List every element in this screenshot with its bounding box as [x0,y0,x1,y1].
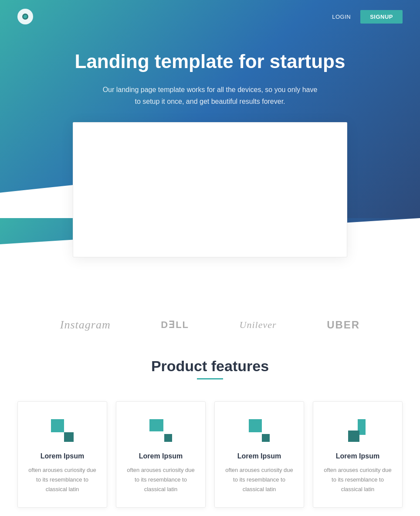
feature-card-4: Lorem Ipsum often arouses curiosity due … [313,401,403,508]
signup-button[interactable]: SIGNUP [360,10,403,24]
feature-icon-2 [149,419,172,442]
feature-desc-1: often arouses curiosity due to its resem… [27,465,98,494]
hero-title: Landing template for startups [75,50,345,73]
feature-desc-2: often arouses curiosity due to its resem… [125,465,196,494]
screenshot-card [73,122,347,257]
uber-logo: UBER [327,319,360,331]
feature-icon-1 [51,419,74,442]
login-button[interactable]: LOGIN [328,11,355,23]
features-underline [197,378,223,379]
feature-desc-3: often arouses curiosity due to its resem… [224,465,295,494]
dell-logo: DƎLL [161,319,189,331]
navbar: LOGIN SIGNUP [0,0,420,33]
feature-card-1: Lorem Ipsum often arouses curiosity due … [17,401,107,508]
feature-card-2: Lorem Ipsum often arouses curiosity due … [116,401,206,508]
features-section: Product features Lorem Ipsum often arous… [0,349,420,516]
logo [17,9,33,24]
feature-name-4: Lorem Ipsum [322,452,393,460]
unilever-logo: Unilever [240,319,277,331]
features-title: Product features [17,358,403,375]
feature-icon-3 [248,419,271,442]
feature-name-1: Lorem Ipsum [27,452,98,460]
nav-links: LOGIN SIGNUP [328,10,403,24]
feature-name-3: Lorem Ipsum [224,452,295,460]
feature-name-2: Lorem Ipsum [125,452,196,460]
hero-subtitle: Our landing page template works for all … [101,84,319,107]
features-grid: Lorem Ipsum often arouses curiosity due … [17,401,403,508]
logos-section: Instagram DƎLL Unilever UBER [0,292,420,349]
instagram-logo: Instagram [60,318,111,331]
feature-desc-4: often arouses curiosity due to its resem… [322,465,393,494]
feature-card-3: Lorem Ipsum often arouses curiosity due … [214,401,304,508]
feature-icon-4 [346,419,369,442]
logo-dot [22,14,28,20]
